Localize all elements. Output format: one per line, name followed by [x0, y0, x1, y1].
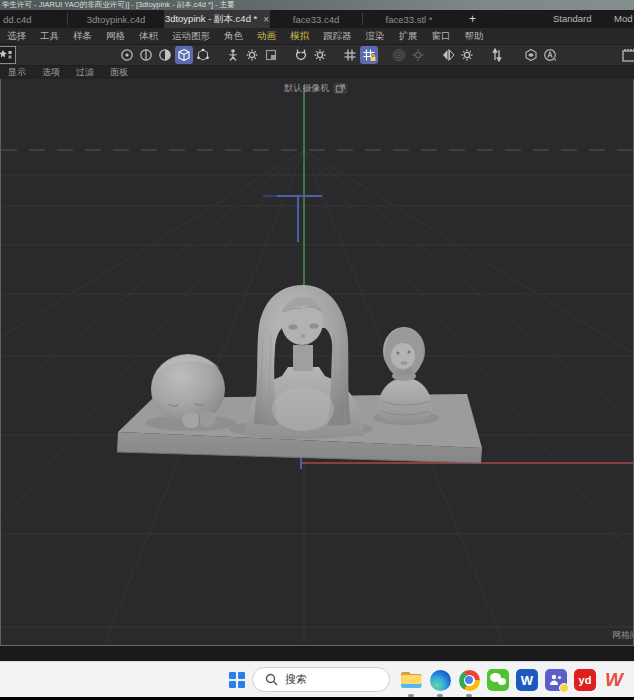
viewport-menu-options[interactable]: 选项	[34, 66, 68, 79]
menu-mesh[interactable]: 网格	[99, 30, 132, 43]
tab-label: face33.stl *	[386, 14, 433, 25]
camera-swap-icon[interactable]	[333, 83, 347, 94]
texture-mode-icon[interactable]	[156, 46, 174, 64]
tab-label: face33.c4d	[293, 14, 339, 25]
windows-logo-icon	[229, 681, 236, 688]
hexagon-badge-icon[interactable]	[522, 46, 540, 64]
cinema4d-window: 学生许可 - JIARUI YAO的非商业许可)] - [3dtoypink -…	[0, 0, 634, 700]
tab-face33-c4d[interactable]: face33.c4d	[270, 10, 362, 28]
gear-icon[interactable]	[458, 46, 476, 64]
windows-logo-icon	[238, 672, 245, 679]
make-editable-icon[interactable]	[118, 46, 136, 64]
gear-icon[interactable]	[243, 46, 261, 64]
target-icon	[390, 46, 408, 64]
menu-simulate[interactable]: 模拟	[283, 30, 316, 43]
edge-icon[interactable]	[428, 668, 452, 692]
object-mode-icon[interactable]	[175, 46, 193, 64]
menu-help[interactable]: 帮助	[458, 30, 491, 43]
menu-window[interactable]: 窗口	[425, 30, 458, 43]
wechat-icon[interactable]	[486, 668, 510, 692]
menu-character[interactable]: 角色	[217, 30, 250, 43]
file-explorer-icon[interactable]	[399, 668, 423, 692]
tab-label: 3dtoypink - 副本.c4d *	[165, 13, 257, 26]
viewport-menu-display[interactable]: 显示	[0, 66, 34, 79]
windows-logo-icon	[229, 672, 236, 679]
teams-icon[interactable]	[544, 668, 568, 692]
gear-icon[interactable]	[311, 46, 329, 64]
viewport-menubar: 显示 选项 过滤 面板	[0, 66, 634, 79]
camera-label-group[interactable]: 默认摄像机	[284, 82, 347, 95]
document-tabbar: dd.c4d 3dtoypink.c4d 3dtoypink - 副本.c4d …	[0, 10, 634, 28]
workplane-icon[interactable]	[262, 46, 280, 64]
taskbar-search[interactable]: 搜索	[252, 667, 390, 692]
gear-icon	[409, 46, 427, 64]
windows-logo-icon	[238, 681, 245, 688]
menu-render[interactable]: 渲染	[359, 30, 392, 43]
symmetry-icon[interactable]	[439, 46, 457, 64]
tab-dd[interactable]: dd.c4d	[0, 10, 67, 28]
point-mode-icon[interactable]	[194, 46, 212, 64]
wps-icon[interactable]: W	[602, 668, 626, 692]
annotation-badge-icon[interactable]	[541, 46, 559, 64]
main-toolbar	[0, 45, 634, 66]
3d-viewport[interactable]: 默认摄像机 网格间	[0, 79, 634, 646]
new-tab-button[interactable]: +	[469, 10, 476, 28]
search-placeholder: 搜索	[285, 672, 307, 687]
grid-spacing-label: 网格间	[612, 629, 634, 642]
menu-tools[interactable]: 工具	[33, 30, 66, 43]
render-view-icon[interactable]	[622, 46, 634, 64]
menu-select[interactable]: 选择	[0, 30, 33, 43]
model-mode-icon[interactable]	[137, 46, 155, 64]
rotate-tool-icon[interactable]	[292, 46, 310, 64]
viewport-menu-panel[interactable]: 面板	[102, 66, 136, 79]
tab-label: 3dtoypink.c4d	[87, 14, 146, 25]
grid-lock-icon[interactable]	[360, 46, 378, 64]
tab-label: dd.c4d	[3, 14, 32, 25]
windows-taskbar: 搜索 W yd W	[0, 661, 634, 697]
tab-close-icon[interactable]: ×	[263, 14, 269, 25]
tab-3dtoypink-copy-active[interactable]: 3dtoypink - 副本.c4d * ×	[164, 10, 270, 28]
menu-animate[interactable]: 动画	[250, 30, 283, 43]
chrome-icon[interactable]	[457, 668, 481, 692]
timeline-strip	[0, 646, 634, 661]
viewport-canvas[interactable]	[1, 79, 633, 644]
youdao-icon[interactable]: yd	[573, 668, 597, 692]
mode-selector[interactable]: Mod	[614, 10, 632, 28]
viewport-background	[1, 79, 633, 644]
snapshot-icon[interactable]	[0, 46, 16, 64]
tab-face33-stl[interactable]: face33.stl *	[363, 10, 455, 28]
menu-mograph[interactable]: 运动图形	[165, 30, 217, 43]
renderer-selector[interactable]: Standard	[553, 10, 592, 28]
search-icon	[265, 673, 278, 686]
tab-3dtoypink[interactable]: 3dtoypink.c4d	[68, 10, 164, 28]
main-menubar: 选择 工具 样条 网格 体积 运动图形 角色 动画 模拟 跟踪器 渲染 扩展 窗…	[0, 28, 634, 45]
character-tool-icon[interactable]	[224, 46, 242, 64]
menu-tracker[interactable]: 跟踪器	[316, 30, 359, 43]
word-icon[interactable]: W	[515, 668, 539, 692]
window-title: 学生许可 - JIARUI YAO的非商业许可)] - [3dtoypink -…	[0, 0, 634, 10]
start-button[interactable]	[229, 672, 245, 688]
swap-arrows-icon[interactable]	[488, 46, 506, 64]
camera-name: 默认摄像机	[284, 82, 329, 95]
menu-extensions[interactable]: 扩展	[392, 30, 425, 43]
menu-volume[interactable]: 体积	[132, 30, 165, 43]
menu-spline[interactable]: 样条	[66, 30, 99, 43]
viewport-menu-filter[interactable]: 过滤	[68, 66, 102, 79]
grid-icon[interactable]	[341, 46, 359, 64]
